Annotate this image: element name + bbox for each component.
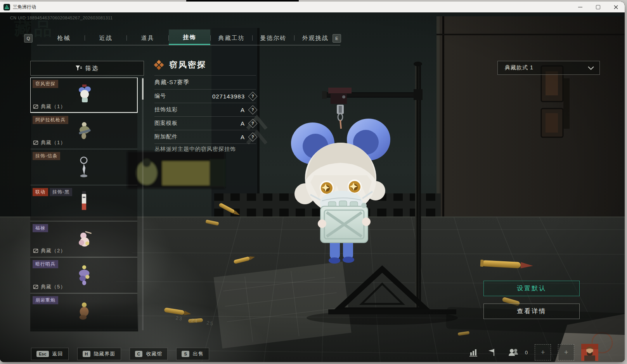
avatar-image [581,344,598,361]
sell-button[interactable]: S 出售 [176,348,209,360]
game-viewport: 藏品 CN UID:188945463706020845267_20260308… [0,12,625,362]
app-window: 三角洲行动 [0,2,625,362]
chevron-down-icon [588,66,594,70]
collection-icon [33,284,38,290]
scrollbar-thumb[interactable] [142,78,144,100]
item-thumbnail [72,228,96,251]
item-thumbnail [72,83,96,107]
row-value: A [241,120,245,127]
list-item-charm[interactable]: 阿萨拉机枪兵 典藏（1） [30,114,137,148]
item-thumbnail [72,299,96,323]
row-label: 图案模板 [154,120,178,127]
row-value: A [241,134,245,140]
tab-mandel-brick[interactable]: 曼德尔砖 [253,31,294,45]
item-thumbnail [72,263,96,287]
row-label: 编号 [154,93,166,100]
squad-button[interactable] [505,347,522,358]
detail-description: 丛林派对主题中的窃风密探挂饰 [154,146,236,153]
s-key-icon: S [182,351,189,357]
tab-items[interactable]: 道具 [127,31,168,45]
squad-slot-add-button[interactable]: + [558,344,574,361]
squad-slot-add-button[interactable]: + [535,344,551,361]
collection-icon [33,140,38,145]
detail-row-colorway: 挂饰炫彩 A ? [154,103,256,116]
hotkey-label: 收藏馆 [146,350,162,357]
season-row: 典藏-S7赛季 [154,76,256,89]
item-name-badge: 窃风密探 [33,80,58,88]
hide-ui-button[interactable]: H 隐藏界面 [77,348,121,360]
collection-count: 典藏（1） [41,103,66,110]
item-name-badge: 挂饰-信条 [33,152,60,160]
detail-title: 窃风密探 [169,59,206,70]
player-avatar[interactable] [581,344,598,361]
list-item-charm[interactable]: 窃风密探 典藏（1） [30,78,137,112]
detail-header: 窃风密探 [154,59,206,70]
detail-row-serial: 编号 027143983 ? [154,90,256,103]
banner-button[interactable] [486,347,498,358]
tab-underline [37,45,340,45]
uid-text: CN UID:188945463706020845267_20260308131… [10,16,113,20]
stats-button[interactable] [468,347,479,358]
h-key-icon: H [83,351,90,357]
item-name-badge: 阿萨拉机枪兵 [33,116,68,124]
filter-funnel-icon [75,65,82,71]
detail-row-pattern: 图案模板 A ? [154,117,256,130]
item-name-badge: 暗行哨兵 [33,260,58,268]
back-button[interactable]: Esc 返回 [31,348,69,360]
category-tabs: 枪械 近战 道具 挂饰 典藏工坊 曼德尔砖 外观挑战 [43,31,336,45]
list-item-charm[interactable]: 福禄 典藏（2） [30,222,137,257]
style-select-value: 典藏款式 1 [505,64,533,71]
maximize-button[interactable] [589,2,607,12]
item-name-badge: 崩岩重炮 [33,296,58,304]
window-titlebar: 三角洲行动 [0,2,625,12]
help-icon[interactable]: ? [248,132,257,141]
charm-list: 窃风密探 典藏（1） 阿萨拉机枪兵 [30,78,138,331]
item-name-badge: 挂饰-黑 [50,188,72,196]
help-icon[interactable]: ? [248,91,257,101]
tab-next-key-hint[interactable]: E [333,34,341,43]
list-item-charm[interactable]: 联动 挂饰-黑 [30,186,137,221]
filter-label: 筛选 [85,65,99,72]
view-details-button[interactable]: 查看详情 [483,304,580,319]
item-thumbnail [72,155,96,179]
help-icon[interactable]: ? [248,119,257,128]
list-item-charm[interactable]: 暗行哨兵 典藏（5） [30,258,137,293]
esc-key-icon: Esc [36,351,49,357]
charm-rarity-icon [154,60,164,70]
item-name-badge: 福禄 [33,224,48,232]
detail-divider [154,143,256,144]
hotkey-bar: Esc 返回 H 隐藏界面 C 收藏馆 S 出售 [31,348,209,360]
collab-badge: 联动 [33,188,48,196]
collection-hall-button[interactable]: C 收藏馆 [130,348,168,360]
minimize-button[interactable] [571,2,589,12]
list-item-charm[interactable]: 挂饰-信条 [30,150,137,185]
list-item-charm[interactable]: 崩岩重炮 [30,294,137,329]
scrollbar-track[interactable] [142,78,144,330]
social-cluster: 0 + + [468,344,598,361]
tab-weapons[interactable]: 枪械 [43,31,85,45]
tab-collection-workshop[interactable]: 典藏工坊 [211,31,252,45]
row-label: 附加配件 [154,133,178,140]
collection-count: 典藏（5） [41,283,66,290]
detail-row-accessory: 附加配件 A ? [154,130,256,143]
season-label: 典藏-S7赛季 [154,79,189,86]
filter-button[interactable]: 筛选 [30,61,144,76]
collection-icon [33,104,38,109]
collection-count: 典藏（2） [41,247,66,254]
close-button[interactable] [607,2,625,12]
row-value: 027143983 [212,93,245,100]
row-value: A [241,107,245,113]
flag-icon [487,348,497,357]
squad-count: 0 [525,350,528,355]
tab-prev-key-hint[interactable]: Q [24,34,33,43]
bar-chart-icon [469,348,478,357]
collection-count: 典藏（1） [41,139,66,146]
set-default-button[interactable]: 设置默认 [483,281,580,296]
tab-appearance-challenge[interactable]: 外观挑战 [294,31,336,45]
collection-icon [33,248,38,254]
tab-charms[interactable]: 挂饰 [169,29,210,45]
tab-melee[interactable]: 近战 [85,31,126,45]
help-icon[interactable]: ? [248,105,257,114]
style-select-dropdown[interactable]: 典藏款式 1 [497,61,600,75]
item-thumbnail [72,119,96,143]
